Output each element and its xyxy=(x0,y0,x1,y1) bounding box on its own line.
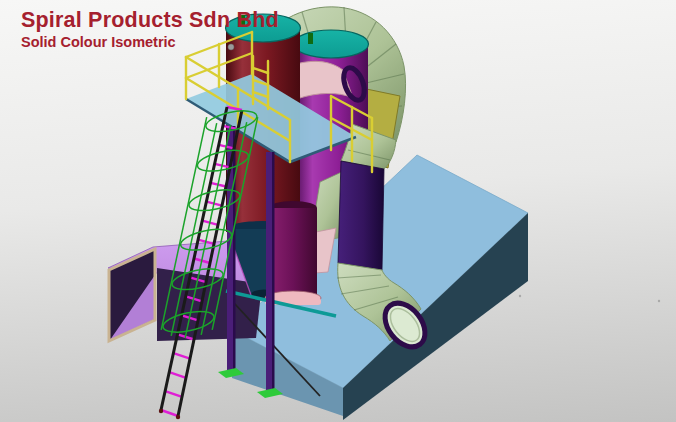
screenshot-root: Spiral Products Sdn Bhd Solid Colour Iso… xyxy=(0,0,676,422)
purple-tank-vent-nub xyxy=(308,33,313,44)
isometric-scene xyxy=(0,0,676,422)
ladder-foot xyxy=(176,415,180,419)
speck xyxy=(519,295,521,297)
page-title: Spiral Products Sdn Bhd xyxy=(21,7,279,34)
header: Spiral Products Sdn Bhd Solid Colour Iso… xyxy=(21,7,279,51)
ladder-foot xyxy=(159,409,163,413)
speck xyxy=(658,300,660,302)
page-subtitle: Solid Colour Isometric xyxy=(21,34,279,51)
purple-tank-lid xyxy=(294,30,369,58)
indigo-drop-duct xyxy=(338,161,384,270)
